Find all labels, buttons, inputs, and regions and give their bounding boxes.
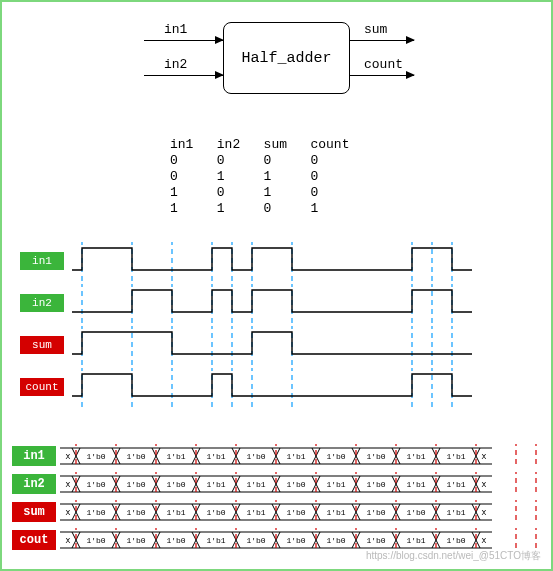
svg-text:1'b0: 1'b0 [206,508,225,517]
waveform-svg [72,242,482,284]
waveform-label: sum [20,336,64,354]
svg-text:1'b1: 1'b1 [166,508,185,517]
svg-text:1'b1: 1'b1 [406,536,425,545]
trace-label: in1 [12,446,56,466]
svg-text:1'b1: 1'b1 [246,508,265,517]
waveform-row: in2 [2,284,551,326]
svg-text:1'b1: 1'b1 [206,452,225,461]
svg-text:1'b0: 1'b0 [366,536,385,545]
svg-text:1'b0: 1'b0 [326,452,345,461]
port-label-count: count [364,57,403,72]
svg-text:1'b1: 1'b1 [246,480,265,489]
svg-text:1'b1: 1'b1 [206,536,225,545]
svg-text:1'b0: 1'b0 [366,452,385,461]
svg-text:1'b0: 1'b0 [86,508,105,517]
svg-text:1'b1: 1'b1 [446,480,465,489]
waveform-row: count [2,368,551,410]
wire-in2 [144,75,223,76]
wire-count [349,75,414,76]
svg-text:1'b0: 1'b0 [366,508,385,517]
svg-text:1'b1: 1'b1 [406,480,425,489]
svg-text:1'b0: 1'b0 [126,508,145,517]
svg-text:1'b1: 1'b1 [286,452,305,461]
svg-text:1'b1: 1'b1 [206,480,225,489]
svg-text:1'b1: 1'b1 [406,452,425,461]
waveform-label: in1 [20,252,64,270]
module-box: Half_adder [223,22,350,94]
arrow-icon [406,71,415,79]
trace-row: in1X1'b01'b01'b11'b11'b01'b11'b01'b01'b1… [12,442,540,470]
trace-area: in1X1'b01'b01'b11'b11'b01'b11'b01'b01'b1… [12,442,540,554]
svg-text:X: X [66,480,71,489]
port-label-in1: in1 [164,22,187,37]
svg-text:X: X [66,508,71,517]
svg-text:1'b1: 1'b1 [166,452,185,461]
svg-text:X: X [482,480,487,489]
svg-text:1'b0: 1'b0 [166,480,185,489]
svg-text:1'b0: 1'b0 [286,508,305,517]
svg-text:1'b1: 1'b1 [446,452,465,461]
trace-row: in2X1'b01'b01'b01'b11'b11'b01'b11'b01'b1… [12,470,540,498]
trace-label: in2 [12,474,56,494]
module-name: Half_adder [241,50,331,67]
waveform-svg [72,326,482,368]
svg-text:X: X [482,452,487,461]
waveform-row: in1 [2,242,551,284]
truth-table: in1 in2 sum count 0 0 0 0 0 1 1 0 1 0 1 … [170,137,357,217]
svg-text:1'b1: 1'b1 [326,508,345,517]
svg-text:X: X [66,452,71,461]
trace-svg: X1'b01'b01'b11'b11'b01'b11'b01'b01'b11'b… [60,444,540,468]
wire-sum [349,40,414,41]
port-label-in2: in2 [164,57,187,72]
svg-text:X: X [482,536,487,545]
trace-svg: X1'b01'b01'b01'b11'b11'b01'b11'b01'b11'b… [60,472,540,496]
svg-text:1'b0: 1'b0 [86,452,105,461]
block-diagram: Half_adder in1 in2 sum count [2,2,551,102]
svg-text:1'b0: 1'b0 [406,508,425,517]
svg-text:1'b1: 1'b1 [446,508,465,517]
arrow-icon [406,36,415,44]
svg-text:1'b0: 1'b0 [326,536,345,545]
wire-in1 [144,40,223,41]
port-label-sum: sum [364,22,387,37]
waveform-svg [72,368,482,410]
svg-text:1'b0: 1'b0 [86,536,105,545]
svg-text:1'b0: 1'b0 [286,536,305,545]
waveform-svg [72,284,482,326]
svg-text:X: X [482,508,487,517]
waveform-label: in2 [20,294,64,312]
svg-text:1'b0: 1'b0 [166,536,185,545]
trace-row: sumX1'b01'b01'b11'b01'b11'b01'b11'b01'b0… [12,498,540,526]
svg-text:1'b0: 1'b0 [446,536,465,545]
svg-text:1'b0: 1'b0 [126,536,145,545]
svg-text:1'b0: 1'b0 [246,452,265,461]
svg-text:1'b0: 1'b0 [286,480,305,489]
waveform-area: in1in2sumcount [2,242,551,410]
svg-text:1'b0: 1'b0 [126,480,145,489]
svg-text:1'b0: 1'b0 [246,536,265,545]
arrow-icon [215,36,224,44]
trace-label: sum [12,502,56,522]
page: Half_adder in1 in2 sum count in1 in2 sum… [0,0,553,571]
svg-text:1'b1: 1'b1 [326,480,345,489]
watermark: https://blog.csdn.net/wei_@51CTO博客 [366,549,541,563]
arrow-icon [215,71,224,79]
trace-label: cout [12,530,56,550]
svg-text:1'b0: 1'b0 [126,452,145,461]
waveform-row: sum [2,326,551,368]
trace-svg: X1'b01'b01'b11'b01'b11'b01'b11'b01'b01'b… [60,500,540,524]
svg-text:X: X [66,536,71,545]
svg-text:1'b0: 1'b0 [86,480,105,489]
svg-text:1'b0: 1'b0 [366,480,385,489]
waveform-label: count [20,378,64,396]
